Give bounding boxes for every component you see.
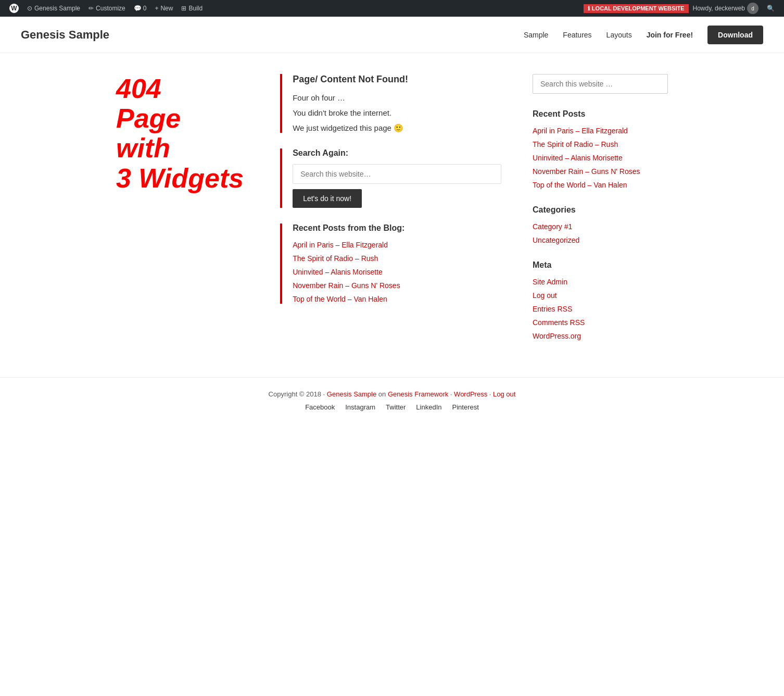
recent-post-link-2[interactable]: Uninvited – Alanis Morisette — [293, 268, 383, 276]
content-not-found-title: Page/ Content Not Found! — [293, 74, 501, 85]
footer-genesis-framework-link[interactable]: Genesis Framework — [388, 390, 448, 398]
recent-post-link-3[interactable]: November Rain – Guns N' Roses — [293, 281, 400, 290]
list-item: The Spirit of Radio – Rush — [533, 140, 668, 149]
sidebar-categories-list: Category #1 Uncategorized — [533, 222, 668, 245]
admin-bar-genesis-sample[interactable]: ⊙ Genesis Sample — [23, 0, 84, 17]
nav-join[interactable]: Join for Free! — [647, 31, 693, 39]
main-content: Page/ Content Not Found! Four oh four … … — [280, 74, 501, 356]
search-again-input[interactable] — [293, 164, 501, 184]
sidebar-post-link-3[interactable]: November Rain – Guns N' Roses — [533, 167, 640, 176]
customize-icon: ✏ — [88, 5, 94, 12]
sidebar-recent-posts: Recent Posts April in Paris – Ella Fitzg… — [533, 109, 668, 190]
content-not-found-para2: You didn't broke the internet. — [293, 108, 501, 117]
nav-layouts[interactable]: Layouts — [606, 31, 632, 39]
sidebar-categories-title: Categories — [533, 205, 668, 215]
list-item: Category #1 — [533, 222, 668, 231]
dev-badge: ℹ LOCAL DEVELOPMENT WEBSITE — [584, 4, 689, 13]
list-item: Uninvited – Alanis Morisette — [533, 153, 668, 163]
list-item: Uncategorized — [533, 235, 668, 245]
sidebar-post-link-1[interactable]: The Spirit of Radio – Rush — [533, 140, 618, 148]
recent-posts-blog-list: April in Paris – Ella Fitzgerald The Spi… — [293, 240, 501, 304]
list-item: Log out — [533, 291, 668, 300]
search-again-title: Search Again: — [293, 148, 501, 158]
nav-sample[interactable]: Sample — [524, 31, 548, 39]
list-item: The Spirit of Radio – Rush — [293, 254, 501, 263]
footer-wordpress-link[interactable]: WordPress — [454, 390, 487, 398]
admin-bar-comments[interactable]: 💬 0 — [130, 0, 151, 17]
footer-on-text: on — [378, 390, 388, 398]
sidebar-meta-link-1[interactable]: Log out — [533, 291, 557, 300]
sidebar-meta-link-0[interactable]: Site Admin — [533, 278, 567, 286]
footer-genesis-sample-link[interactable]: Genesis Sample — [327, 390, 376, 398]
admin-bar-customize-label: Customize — [96, 5, 125, 12]
site-footer: Copyright © 2018 · Genesis Sample on Gen… — [0, 377, 784, 424]
list-item: Entries RSS — [533, 304, 668, 314]
sidebar-search-input[interactable] — [533, 74, 668, 94]
footer-social-facebook[interactable]: Facebook — [305, 403, 335, 411]
list-item: Comments RSS — [533, 318, 668, 327]
sidebar-meta-link-3[interactable]: Comments RSS — [533, 318, 585, 327]
site-nav: Sample Features Layouts Join for Free! D… — [524, 26, 763, 44]
list-item: April in Paris – Ella Fitzgerald — [293, 240, 501, 250]
download-button[interactable]: Download — [707, 26, 763, 44]
admin-bar-genesis-icon: ⊙ — [27, 5, 32, 12]
site-content: 404 Page with 3 Widgets Page/ Content No… — [106, 53, 678, 377]
big-404-line1: 404 — [116, 74, 244, 104]
wp-icon: W — [9, 4, 19, 13]
list-item: November Rain – Guns N' Roses — [293, 281, 501, 290]
search-again-button[interactable]: Let's do it now! — [293, 189, 362, 208]
footer-dot1: · — [450, 390, 454, 398]
admin-bar-search[interactable]: 🔍 — [763, 0, 779, 17]
footer-dot2: · — [489, 390, 493, 398]
sidebar-cat-link-0[interactable]: Category #1 — [533, 222, 572, 231]
howdy-text: Howdy, deckerweb — [693, 5, 745, 12]
admin-bar-new[interactable]: + New — [150, 0, 177, 17]
sidebar-cat-link-1[interactable]: Uncategorized — [533, 236, 579, 244]
admin-bar-build[interactable]: ⊞ Build — [177, 0, 207, 17]
sidebar-meta-link-4[interactable]: WordPress.org — [533, 332, 581, 340]
big-404-text: 404 Page with 3 Widgets — [116, 74, 244, 193]
footer-social-pinterest[interactable]: Pinterest — [452, 403, 479, 411]
site-header: Genesis Sample Sample Features Layouts J… — [0, 17, 784, 53]
list-item: Uninvited – Alanis Morisette — [293, 267, 501, 277]
search-icon: 🔍 — [767, 5, 775, 12]
recent-posts-blog-widget: Recent Posts from the Blog: April in Par… — [280, 223, 501, 304]
comments-icon: 💬 — [134, 5, 142, 12]
footer-social: Facebook Instagram Twitter LinkedIn Pint… — [10, 403, 774, 411]
footer-social-instagram[interactable]: Instagram — [345, 403, 375, 411]
admin-bar-customize[interactable]: ✏ Customize — [84, 0, 130, 17]
admin-bar-wp-logo[interactable]: W — [5, 0, 23, 17]
sidebar-post-link-2[interactable]: Uninvited – Alanis Morisette — [533, 154, 623, 162]
admin-bar: W ⊙ Genesis Sample ✏ Customize 💬 0 + New… — [0, 0, 784, 17]
sidebar-post-link-0[interactable]: April in Paris – Ella Fitzgerald — [533, 127, 628, 135]
sidebar-meta-title: Meta — [533, 260, 668, 270]
nav-features[interactable]: Features — [563, 31, 591, 39]
recent-posts-blog-title: Recent Posts from the Blog: — [293, 223, 501, 233]
sidebar-recent-posts-title: Recent Posts — [533, 109, 668, 119]
footer-logout-link[interactable]: Log out — [493, 390, 515, 398]
plus-icon: + — [155, 5, 158, 12]
site-title[interactable]: Genesis Sample — [21, 28, 109, 42]
list-item: WordPress.org — [533, 331, 668, 341]
recent-post-link-1[interactable]: The Spirit of Radio – Rush — [293, 254, 378, 263]
big-404-block: 404 Page with 3 Widgets — [116, 74, 249, 356]
footer-social-linkedin[interactable]: LinkedIn — [416, 403, 441, 411]
dev-badge-label: LOCAL DEVELOPMENT WEBSITE — [592, 5, 685, 11]
recent-post-link-0[interactable]: April in Paris – Ella Fitzgerald — [293, 241, 388, 249]
footer-social-twitter[interactable]: Twitter — [386, 403, 406, 411]
list-item: April in Paris – Ella Fitzgerald — [533, 126, 668, 135]
search-again-widget: Search Again: Let's do it now! — [280, 148, 501, 208]
sidebar-meta: Meta Site Admin Log out Entries RSS Comm… — [533, 260, 668, 341]
list-item: Top of the World – Van Halen — [293, 294, 501, 304]
build-icon: ⊞ — [181, 5, 186, 12]
admin-bar-genesis-label: Genesis Sample — [34, 5, 80, 12]
content-not-found-para3: We just widgetized this page 🙂 — [293, 123, 501, 133]
footer-copyright-text: Copyright © 2018 · — [269, 390, 325, 398]
recent-post-link-4[interactable]: Top of the World – Van Halen — [293, 295, 387, 303]
sidebar-post-link-4[interactable]: Top of the World – Van Halen — [533, 181, 627, 189]
list-item: Top of the World – Van Halen — [533, 180, 668, 190]
content-not-found-widget: Page/ Content Not Found! Four oh four … … — [280, 74, 501, 133]
sidebar-meta-list: Site Admin Log out Entries RSS Comments … — [533, 277, 668, 341]
sidebar-meta-link-2[interactable]: Entries RSS — [533, 305, 572, 313]
admin-bar-build-label: Build — [188, 5, 203, 12]
